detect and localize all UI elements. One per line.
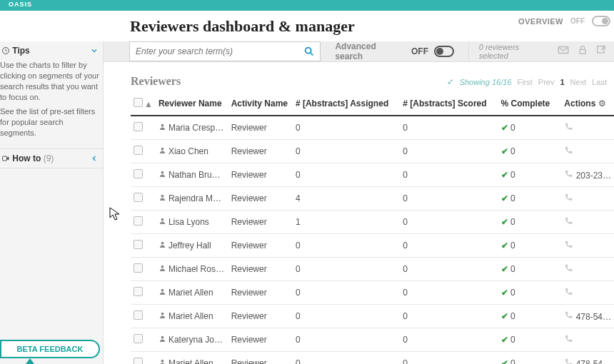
cell-complete: ✔ 0	[498, 116, 562, 140]
row-checkbox[interactable]	[134, 263, 143, 273]
col-assigned[interactable]: # [Abstracts] Assigned	[293, 92, 400, 116]
user-icon	[158, 288, 166, 298]
svg-point-16	[161, 360, 164, 363]
phone-icon	[564, 335, 573, 345]
table-row: Mariet AllenReviewer00✔ 0	[131, 281, 614, 305]
search-button[interactable]	[298, 42, 320, 61]
check-icon: ✔	[501, 335, 508, 345]
gear-icon[interactable]: ⚙	[598, 98, 606, 108]
cell-assigned: 0	[293, 281, 400, 305]
col-actions[interactable]: Actions ⚙	[561, 92, 614, 116]
cell-actions[interactable]	[561, 187, 614, 211]
svg-point-2	[306, 48, 311, 54]
search-icon	[303, 46, 315, 57]
cell-scored: 0	[400, 328, 498, 352]
cell-complete: ✔ 0	[498, 187, 562, 211]
cell-actions[interactable]	[561, 328, 614, 352]
chevron-down-icon	[90, 46, 99, 55]
cell-actions[interactable]	[561, 258, 614, 281]
svg-rect-5	[598, 46, 604, 53]
table-row: Xiao ChenReviewer00✔ 0	[131, 140, 614, 163]
cell-complete: ✔ 0	[498, 140, 562, 163]
svg-rect-1	[3, 156, 7, 161]
check-icon: ✔	[501, 170, 508, 180]
advanced-search-toggle[interactable]	[434, 46, 454, 57]
row-checkbox[interactable]	[134, 169, 143, 178]
check-icon: ✔	[501, 123, 508, 133]
table-row: Rajendra MoreyReviewer40✔ 0	[131, 187, 614, 211]
pager-last[interactable]: Last	[592, 78, 607, 86]
col-reviewer-name[interactable]: Reviewer Name	[156, 92, 228, 116]
cell-name: Nathan Brummel	[156, 163, 228, 187]
col-scored[interactable]: # [Abstracts] Scored	[400, 92, 498, 116]
email-icon[interactable]	[557, 44, 570, 59]
selected-count: 0 reviewers selected	[479, 43, 550, 60]
howto-panel-header[interactable]: How to (9)	[0, 149, 103, 168]
row-checkbox[interactable]	[134, 310, 143, 320]
overview-link[interactable]: OVERVIEW	[518, 17, 563, 26]
cell-name: Michael Rosbash	[156, 258, 228, 281]
cell-activity: Reviewer	[228, 116, 293, 140]
pager-next[interactable]: Next	[570, 78, 587, 86]
row-checkbox[interactable]	[134, 216, 143, 226]
cell-activity: Reviewer	[228, 305, 293, 328]
cell-actions[interactable]	[561, 281, 614, 305]
export-icon[interactable]	[595, 44, 607, 59]
cell-name: Mariet Allen	[156, 305, 228, 328]
tips-text-2: See the list of pre-set filters for popu…	[0, 106, 100, 138]
phone-icon	[564, 241, 573, 251]
row-checkbox[interactable]	[134, 334, 143, 343]
cell-complete: ✔ 0	[498, 211, 562, 234]
table-row: Lisa LyonsReviewer10✔ 0	[131, 211, 614, 234]
cell-name: Mariet Allen	[156, 281, 228, 305]
col-activity-name[interactable]: Activity Name	[228, 92, 293, 116]
svg-point-10	[161, 218, 164, 221]
svg-rect-4	[580, 49, 585, 54]
pager-first[interactable]: First	[517, 78, 532, 86]
cell-scored: 0	[400, 234, 498, 258]
search-input[interactable]	[130, 46, 298, 56]
row-checkbox[interactable]	[134, 287, 143, 296]
cell-assigned: 1	[293, 211, 400, 234]
cell-actions[interactable]	[561, 140, 614, 163]
svg-point-15	[161, 336, 164, 339]
select-all-checkbox[interactable]	[134, 98, 143, 107]
cell-actions[interactable]: 203-23…	[561, 163, 614, 187]
cell-complete: ✔ 0	[498, 281, 562, 305]
row-checkbox[interactable]	[134, 358, 143, 364]
chevron-left-icon	[90, 154, 99, 163]
cell-actions[interactable]	[561, 234, 614, 258]
beta-feedback-button[interactable]: BETA FEEDBACK	[0, 340, 100, 358]
cell-assigned: 0	[293, 352, 400, 365]
check-icon: ✔	[501, 241, 508, 251]
user-icon	[158, 358, 166, 364]
check-icon: ✔	[501, 217, 508, 227]
cell-activity: Reviewer	[228, 211, 293, 234]
table-row: Jeffrey HallReviewer00✔ 0	[131, 234, 614, 258]
cell-scored: 0	[400, 281, 498, 305]
phone-icon	[564, 265, 573, 275]
lock-icon[interactable]	[577, 44, 588, 59]
cell-actions[interactable]: 478-54…	[561, 352, 614, 365]
col-complete[interactable]: % Complete	[498, 92, 562, 116]
row-checkbox[interactable]	[134, 193, 143, 202]
pager-prev[interactable]: Prev	[538, 78, 555, 86]
row-checkbox[interactable]	[134, 146, 143, 155]
cell-name: Rajendra Morey	[156, 187, 228, 211]
sort-icon[interactable]: ▲	[144, 99, 153, 109]
cell-actions[interactable]	[561, 211, 614, 234]
pin-icon[interactable]	[444, 76, 454, 88]
advanced-off-label: OFF	[411, 46, 428, 56]
cell-actions[interactable]: 478-54…	[561, 305, 614, 328]
row-checkbox[interactable]	[134, 122, 143, 131]
howto-count: (9)	[44, 153, 54, 163]
cell-name: Lisa Lyons	[156, 211, 228, 234]
cell-actions[interactable]	[561, 116, 614, 140]
cell-complete: ✔ 0	[498, 163, 562, 187]
table-row: Mariet AllenReviewer00✔ 0 478-54…	[131, 305, 614, 328]
tips-panel-header[interactable]: Tips	[0, 41, 103, 60]
row-checkbox[interactable]	[134, 240, 143, 249]
cell-activity: Reviewer	[228, 187, 293, 211]
overview-toggle[interactable]	[592, 16, 610, 26]
svg-point-14	[161, 313, 164, 315]
